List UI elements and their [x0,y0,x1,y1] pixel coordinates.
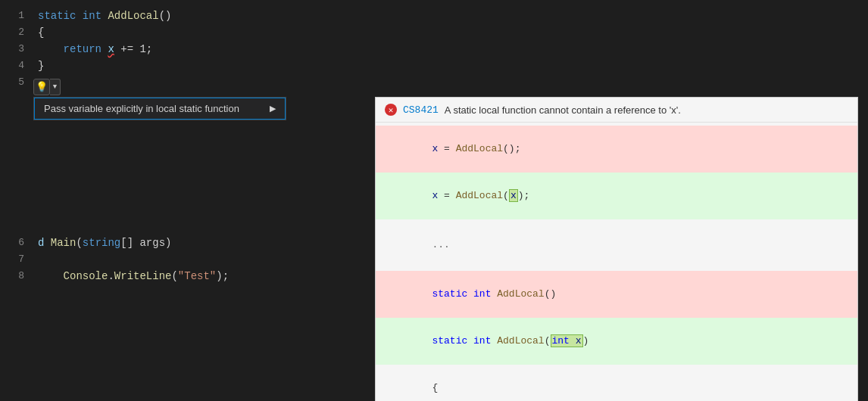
diff-line-removed-1: x = AddLocal(); [376,126,857,173]
code-line-3: 3 return x += 1; [0,41,868,58]
diff-line-removed-2: static int AddLocal() [376,271,857,318]
code-line-4: 4 } [0,58,868,74]
quick-action-menu: Pass variable explicitly in local static… [33,97,286,120]
lightbulb-widget[interactable]: 💡 ▼ [33,79,61,95]
code-line-1: 1 static int AddLocal() [0,8,868,24]
code-line-6: 6 d Main(string[] args) [0,235,371,251]
preview-panel: ✕ CS8421 A static local function cannot … [375,97,858,401]
code-line-2: 2 { [0,24,868,41]
lightbulb-icon: 💡 [36,81,48,93]
expand-arrow-icon: ▶ [270,104,276,113]
diff-line-added-2: static int AddLocal(int x) [376,318,857,365]
editor-area: 1 static int AddLocal() 2 { 3 return x +… [0,0,868,401]
code-line-7: 7 [0,251,371,268]
diff-ellipsis-1: ... [376,219,857,271]
highlight-x: x [509,189,518,202]
error-code: CS8421 [403,104,439,116]
code-line-5: 5 [0,74,868,91]
preview-header: ✕ CS8421 A static local function cannot … [376,98,857,123]
quick-action-item[interactable]: Pass variable explicitly in local static… [34,98,286,120]
code-line-8: 8 Console.WriteLine("Test"); [0,268,371,284]
quick-action-label: Pass variable explicitly in local static… [44,103,239,114]
error-message: A static local function cannot contain a… [445,104,681,116]
lightbulb-dropdown-arrow[interactable]: ▼ [50,79,61,95]
diff-line-added-1: x = AddLocal(x); [376,173,857,219]
error-icon: ✕ [385,104,397,116]
highlight-int-x: int x [551,334,583,347]
preview-code-area: x = AddLocal(); x = AddLocal(x); ... sta… [376,123,857,401]
diff-line-normal-1: { [376,365,857,401]
lightbulb-button[interactable]: 💡 [33,79,50,95]
